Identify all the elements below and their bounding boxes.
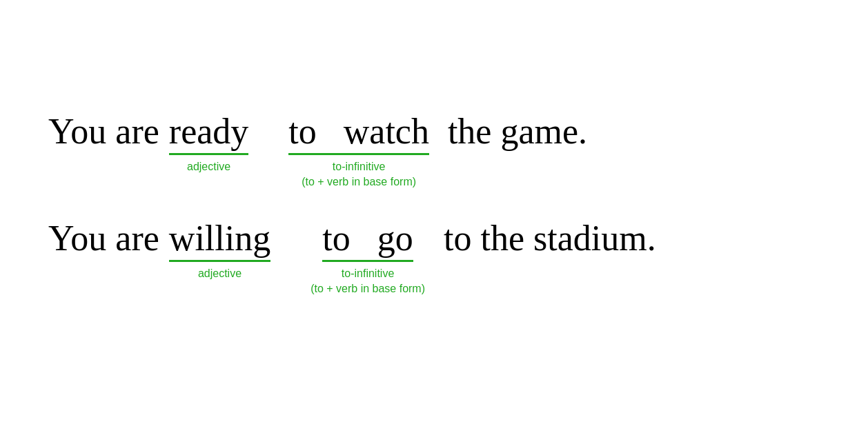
word-ready-container: ready adjective [169, 111, 248, 174]
word-to-watch-container: to watch to-infinitive(to + verb in base… [288, 111, 429, 190]
word-to-stadium: to the stadium. [428, 218, 663, 259]
word-willing: willing [169, 218, 270, 262]
word-ready: ready [169, 111, 248, 155]
word-to-watch: to watch [288, 111, 429, 155]
sentence-line-2: You are willing adjective to go to-infin… [41, 218, 663, 297]
label-willing: adjective [198, 266, 241, 281]
label-ready: adjective [187, 159, 230, 174]
sentence-line-1: You are ready adjective to watch to-infi… [41, 111, 594, 190]
word-you-are-1: You are [41, 111, 166, 152]
word-the-game: the game. [432, 111, 594, 152]
sentence-block-2: You are willing adjective to go to-infin… [41, 218, 663, 297]
label-to-go: to-infinitive(to + verb in base form) [310, 266, 425, 297]
label-to-infinitive-1: to-infinitive(to + verb in base form) [302, 159, 416, 190]
label-adjective-2: adjective [198, 266, 241, 281]
label-to-infinitive-2: to-infinitive(to + verb in base form) [310, 266, 425, 297]
word-to-go-container: to go to-infinitive(to + verb in base fo… [310, 218, 425, 297]
word-you-are-2: You are [41, 218, 166, 259]
sentence-block-1: You are ready adjective to watch to-infi… [41, 111, 594, 190]
word-to-go: to go [322, 218, 413, 262]
label-adjective-1: adjective [187, 159, 230, 174]
label-to-watch: to-infinitive(to + verb in base form) [302, 159, 416, 190]
word-willing-container: willing adjective [169, 218, 270, 281]
